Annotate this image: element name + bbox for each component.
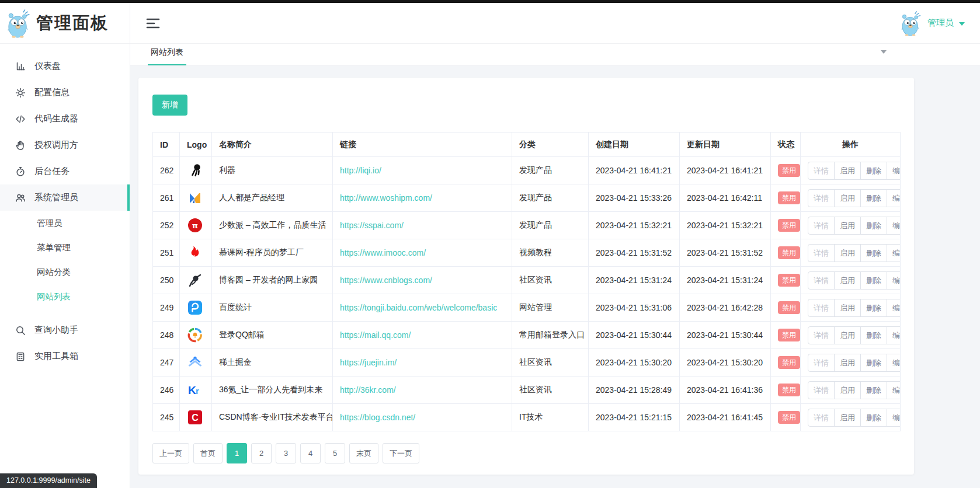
detail-button[interactable]: 详情 <box>808 271 835 290</box>
site-link[interactable]: https://juejin.im/ <box>340 358 397 367</box>
cell-category: 社区资讯 <box>512 267 589 294</box>
sidebar-item-config-info[interactable]: 配置信息 <box>0 79 130 106</box>
cell-link: http://www.woshipm.com/ <box>333 184 512 212</box>
page-1-button[interactable]: 1 <box>227 443 247 463</box>
site-link[interactable]: https://www.imooc.com/ <box>340 248 426 257</box>
detail-button[interactable]: 详情 <box>808 299 835 317</box>
detail-button[interactable]: 详情 <box>808 381 835 399</box>
sidebar-item-label: 实用工具箱 <box>34 351 78 362</box>
edit-button[interactable]: 编辑 <box>887 244 901 262</box>
edit-button[interactable]: 编辑 <box>887 326 901 344</box>
delete-button[interactable]: 删除 <box>860 326 887 344</box>
site-link[interactable]: http://36kr.com/ <box>340 385 396 395</box>
prev-page-button[interactable]: 上一页 <box>152 443 189 463</box>
detail-button[interactable]: 详情 <box>808 217 835 235</box>
detail-button[interactable]: 详情 <box>808 244 835 262</box>
site-link[interactable]: http://liqi.io/ <box>340 166 381 175</box>
delete-button[interactable]: 删除 <box>860 162 887 180</box>
delete-button[interactable]: 删除 <box>860 381 887 399</box>
cell-actions: 详情启用删除编辑 <box>801 184 901 212</box>
enable-button[interactable]: 启用 <box>834 217 861 235</box>
sidebar-item-background-tasks[interactable]: 后台任务 <box>0 158 130 184</box>
sidebar-item-site-category[interactable]: 网站分类 <box>0 260 130 284</box>
edit-button[interactable]: 编辑 <box>887 381 901 399</box>
enable-button[interactable]: 启用 <box>834 299 861 317</box>
next-page-button[interactable]: 下一页 <box>383 443 419 463</box>
enable-button[interactable]: 启用 <box>834 354 861 372</box>
sidebar: 管理面板 仪表盘配置信息代码生成器授权调用方后台任务系统管理员管理员菜单管理网站… <box>0 3 130 488</box>
status-badge: 禁用 <box>778 164 800 177</box>
page-5-button[interactable]: 5 <box>325 443 345 463</box>
cell-name: 博客园 – 开发者的网上家园 <box>212 267 333 294</box>
edit-button[interactable]: 编辑 <box>887 271 901 290</box>
row-action-group: 详情启用删除编辑 <box>808 217 901 235</box>
cell-category: 发现产品 <box>512 212 589 239</box>
status-url-tooltip: 127.0.0.1:9999/admin/site <box>0 473 97 488</box>
sidebar-item-site-list[interactable]: 网站列表 <box>0 284 130 309</box>
cell-id: 247 <box>153 349 180 377</box>
site-link[interactable]: https://tongji.baidu.com/web/welcome/bas… <box>340 303 497 312</box>
sidebar-item-admin[interactable]: 管理员 <box>0 211 130 235</box>
menu-collapse-icon[interactable] <box>145 17 161 30</box>
last-page-button[interactable]: 末页 <box>349 443 378 463</box>
cell-updated: 2023-04-21 15:31:52 <box>680 239 771 267</box>
site-link[interactable]: http://www.woshipm.com/ <box>340 193 432 203</box>
detail-button[interactable]: 详情 <box>808 354 835 372</box>
page-4-button[interactable]: 4 <box>300 443 321 463</box>
tab-site-list[interactable]: 网站列表 <box>148 47 186 65</box>
delete-button[interactable]: 删除 <box>860 189 887 207</box>
cell-category: 发现产品 <box>512 157 589 184</box>
site-link[interactable]: https://sspai.com/ <box>340 221 404 230</box>
cell-logo <box>180 239 212 267</box>
site-link[interactable]: https://blog.csdn.net/ <box>340 413 415 422</box>
cell-logo: π <box>180 212 212 239</box>
page-2-button[interactable]: 2 <box>251 443 272 463</box>
cell-name: 少数派 – 高效工作，品质生活 <box>212 212 333 239</box>
enable-button[interactable]: 启用 <box>834 189 861 207</box>
enable-button[interactable]: 启用 <box>834 326 861 344</box>
delete-button[interactable]: 删除 <box>860 299 887 317</box>
table-row: 248登录QQ邮箱https://mail.qq.com/常用邮箱登录入口202… <box>153 322 901 349</box>
edit-button[interactable]: 编辑 <box>887 162 901 180</box>
enable-button[interactable]: 启用 <box>834 409 861 427</box>
delete-button[interactable]: 删除 <box>860 244 887 262</box>
sidebar-item-dashboard[interactable]: 仪表盘 <box>0 53 130 79</box>
delete-button[interactable]: 删除 <box>860 409 887 427</box>
edit-button[interactable]: 编辑 <box>887 409 901 427</box>
edit-button[interactable]: 编辑 <box>887 189 901 207</box>
page-3-button[interactable]: 3 <box>276 443 296 463</box>
delete-button[interactable]: 删除 <box>860 271 887 290</box>
cell-category: 发现产品 <box>512 184 589 212</box>
tabs-dropdown-caret-icon[interactable] <box>881 50 887 54</box>
enable-button[interactable]: 启用 <box>834 381 861 399</box>
first-page-button[interactable]: 首页 <box>193 443 223 463</box>
sidebar-item-toolbox[interactable]: 实用工具箱 <box>0 343 130 370</box>
cell-actions: 详情启用删除编辑 <box>801 377 901 404</box>
site-link[interactable]: https://mail.qq.com/ <box>340 330 411 340</box>
delete-button[interactable]: 删除 <box>860 217 887 235</box>
enable-button[interactable]: 启用 <box>834 271 861 290</box>
sidebar-item-authorized-callers[interactable]: 授权调用方 <box>0 132 130 158</box>
cell-created: 2023-04-21 16:41:21 <box>589 157 680 184</box>
sidebar-item-system-admin[interactable]: 系统管理员 <box>0 184 130 211</box>
sidebar-item-code-generator[interactable]: 代码生成器 <box>0 106 130 132</box>
column-header-link: 链接 <box>333 133 512 157</box>
sidebar-item-query-helper[interactable]: 查询小助手 <box>0 317 130 343</box>
cell-actions: 详情启用删除编辑 <box>801 212 901 239</box>
sidebar-item-menu-management[interactable]: 菜单管理 <box>0 235 130 260</box>
cell-link: http://36kr.com/ <box>333 377 512 404</box>
add-button[interactable]: 新增 <box>152 95 187 116</box>
delete-button[interactable]: 删除 <box>860 354 887 372</box>
enable-button[interactable]: 启用 <box>834 244 861 262</box>
user-menu[interactable]: 管理员 <box>900 11 965 36</box>
enable-button[interactable]: 启用 <box>834 162 861 180</box>
detail-button[interactable]: 详情 <box>808 409 835 427</box>
edit-button[interactable]: 编辑 <box>887 217 901 235</box>
site-link[interactable]: https://www.cnblogs.com/ <box>340 276 432 285</box>
edit-button[interactable]: 编辑 <box>887 354 901 372</box>
edit-button[interactable]: 编辑 <box>887 299 901 317</box>
row-action-group: 详情启用删除编辑 <box>808 162 901 180</box>
detail-button[interactable]: 详情 <box>808 162 835 180</box>
detail-button[interactable]: 详情 <box>808 189 835 207</box>
detail-button[interactable]: 详情 <box>808 326 835 344</box>
